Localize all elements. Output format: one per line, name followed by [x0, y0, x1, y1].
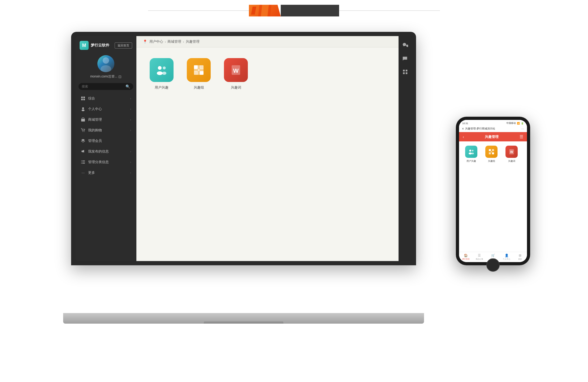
- svg-point-2: [103, 57, 109, 64]
- svg-point-39: [469, 150, 471, 152]
- svg-point-21: [157, 71, 163, 75]
- sidebar-item-shop[interactable]: 商城管理 ›: [75, 114, 136, 125]
- phone-nav-home-label: 梦行首页: [462, 258, 470, 261]
- menu-arrow-more: ›: [130, 171, 131, 174]
- phone-nav-products-label: 商品公客: [476, 258, 483, 261]
- phone-back-button[interactable]: ‹: [463, 135, 464, 139]
- phone-nav-more[interactable]: ⊞ 更多: [513, 254, 527, 261]
- interest-word-icon-box: W: [224, 58, 248, 82]
- interest-word-label: 兴趣词: [231, 85, 241, 90]
- sidebar-logo-text: 梦行云软件: [91, 43, 109, 48]
- avatar: [97, 55, 114, 72]
- home-icon: 🏠: [464, 254, 468, 257]
- sidebar-item-members[interactable]: 管理会员: [75, 136, 136, 146]
- svg-rect-43: [489, 149, 491, 151]
- phone-nav-user[interactable]: 👤 个人中心: [500, 254, 513, 261]
- phone-home-button[interactable]: [486, 258, 500, 272]
- sidebar-username: monxin.com/总管... ⊡: [90, 74, 122, 79]
- svg-point-20: [158, 66, 162, 70]
- user-interest-icon-box: [150, 58, 174, 82]
- sidebar-item-more[interactable]: ··· 更多 ›: [75, 167, 136, 178]
- phone-user-interest-icon: [465, 146, 477, 158]
- phone-nav-home[interactable]: 🏠 梦行首页: [459, 254, 473, 261]
- svg-rect-6: [81, 99, 83, 100]
- phone-app-interest-word[interactable]: W 兴趣词: [504, 146, 520, 163]
- sidebar-item-personal[interactable]: 个人中心 ›: [75, 104, 136, 114]
- phone-app-interest-group[interactable]: 兴趣组: [483, 146, 499, 163]
- sidebar-search-box[interactable]: 🔍: [79, 83, 133, 90]
- phone-more-button[interactable]: ···: [521, 127, 524, 131]
- sidebar-item-classify[interactable]: 管理分类信息 ›: [75, 157, 136, 167]
- phone-time: 10:31: [462, 122, 468, 125]
- bullhorn-icon: [81, 149, 85, 154]
- cart-icon: 🛒: [491, 254, 495, 257]
- menu-label-publish: 我发布的信息: [88, 149, 109, 154]
- apps-icon[interactable]: [401, 68, 409, 76]
- menu-label-more: 更多: [88, 170, 95, 175]
- svg-rect-37: [403, 72, 405, 74]
- phone-menu-button[interactable]: ☰: [520, 134, 523, 139]
- user-interest-label: 用户兴趣: [155, 85, 168, 90]
- svg-rect-24: [194, 65, 198, 69]
- phone-interest-group-icon: [485, 146, 498, 158]
- svg-rect-36: [406, 70, 407, 71]
- sidebar-item-dashboard[interactable]: 综合 ›: [75, 93, 136, 104]
- menu-arrow-dashboard: ›: [130, 97, 131, 100]
- user-icon: 👤: [505, 254, 509, 257]
- return-home-button[interactable]: 返回首页: [115, 42, 132, 49]
- svg-text:W: W: [510, 150, 513, 154]
- cart-icon: [81, 128, 85, 133]
- breadcrumb-item-2: 商城管理: [167, 39, 181, 44]
- exit-icon[interactable]: ⊡: [118, 75, 122, 79]
- sidebar: M 梦行云软件 返回首页 monxin.com/总管...: [75, 36, 136, 261]
- svg-rect-30: [200, 68, 204, 72]
- laptop-screen-outer: M 梦行云软件 返回首页 monxin.com/总管...: [71, 32, 416, 265]
- chat-icon[interactable]: [401, 55, 409, 63]
- svg-point-22: [163, 67, 166, 70]
- menu-label-members: 管理会员: [88, 138, 102, 143]
- location-icon: 📍: [143, 40, 147, 44]
- svg-rect-5: [83, 97, 85, 98]
- app-user-interest[interactable]: 用户兴趣: [147, 58, 176, 90]
- svg-rect-38: [406, 72, 407, 74]
- svg-point-9: [82, 110, 85, 111]
- phone-nav-products[interactable]: ☰ 商品公客: [473, 254, 486, 261]
- laptop-mockup: M 梦行云软件 返回首页 monxin.com/总管...: [63, 32, 424, 324]
- svg-rect-28: [197, 65, 200, 69]
- svg-rect-16: [81, 162, 82, 162]
- svg-point-47: [491, 151, 492, 152]
- sidebar-item-publish[interactable]: 我发布的信息 ›: [75, 146, 136, 157]
- wechat-icon[interactable]: [401, 41, 409, 49]
- svg-rect-14: [81, 160, 82, 161]
- svg-rect-11: [83, 120, 84, 121]
- main-content: 📍 用户中心 › 商城管理 › 兴趣管理: [136, 36, 399, 261]
- sidebar-logo-icon: M: [80, 41, 89, 50]
- svg-point-3: [101, 65, 111, 72]
- phone-status-bar: 10:31 中国移动 📶 🔋: [459, 120, 527, 125]
- layers-icon: [81, 138, 85, 143]
- sidebar-item-shopping[interactable]: 我的购物 ›: [75, 125, 136, 136]
- phone-app-user-interest[interactable]: 用户兴趣: [463, 146, 479, 163]
- svg-rect-44: [492, 149, 494, 151]
- phone-title-bar: ✕ 兴趣管理-梦行商城演示站 ···: [459, 125, 527, 132]
- phone-close-button[interactable]: ✕: [462, 127, 464, 131]
- app-interest-word[interactable]: W 兴趣词: [221, 58, 250, 90]
- banner-logo-part2: [281, 5, 339, 16]
- phone-interest-word-label: 兴趣词: [508, 159, 515, 163]
- svg-point-13: [84, 131, 84, 132]
- more-icon: ···: [81, 170, 85, 175]
- svg-rect-15: [82, 160, 85, 161]
- breadcrumb-sep-1: ›: [165, 40, 166, 44]
- svg-rect-26: [194, 71, 198, 75]
- phone-screen: 10:31 中国移动 📶 🔋 ✕ 兴趣管理-梦行商城演示站 ··· ‹ 兴趣管理…: [459, 120, 527, 262]
- phone-nav-bar: ‹ 兴趣管理 ☰: [459, 132, 527, 141]
- menu-arrow-shop: ›: [130, 118, 131, 121]
- phone-interest-word-icon: W: [505, 146, 518, 158]
- svg-rect-31: [197, 71, 200, 75]
- svg-point-12: [83, 131, 83, 132]
- search-input[interactable]: [82, 85, 124, 88]
- app-interest-group[interactable]: 兴趣组: [184, 58, 213, 90]
- svg-point-40: [469, 153, 472, 155]
- shop-icon: [81, 117, 85, 122]
- svg-rect-4: [81, 97, 83, 98]
